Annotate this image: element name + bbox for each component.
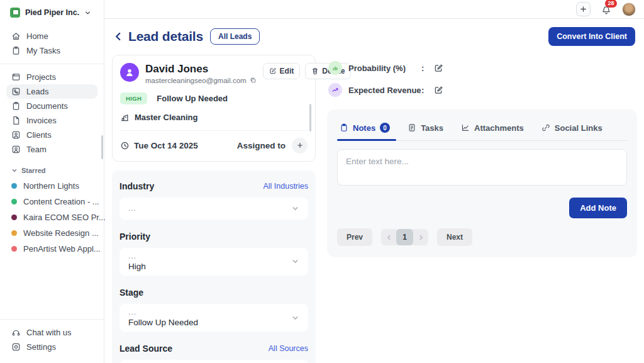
sidebar-item-home[interactable]: Home <box>6 29 97 43</box>
content-scrollbar[interactable] <box>309 104 311 131</box>
sidebar-scrollbar[interactable] <box>101 135 103 159</box>
chevron-left-icon[interactable] <box>381 229 396 245</box>
sidebar-item-label: Documents <box>26 101 68 111</box>
sidebar-item-label: Chat with us <box>26 328 72 337</box>
lead-source-dropdown[interactable]: ... <box>119 360 308 363</box>
sidebar-item-projects[interactable]: Projects <box>6 70 97 84</box>
chevron-right-icon[interactable] <box>413 229 428 245</box>
sidebar-item-team[interactable]: Team <box>6 142 97 157</box>
clock-icon <box>120 141 130 150</box>
edit-label: Edit <box>280 67 294 75</box>
current-page-button[interactable]: 1 <box>396 229 413 245</box>
tabs: Notes 0 Tasks Attachments Social Links <box>337 120 627 141</box>
headset-icon <box>11 328 21 337</box>
edit-probability-button[interactable] <box>434 64 443 73</box>
note-input[interactable] <box>337 149 627 186</box>
file-text-icon <box>408 123 416 132</box>
prev-page-button[interactable]: Prev <box>337 228 372 246</box>
priority-value: High <box>128 262 146 271</box>
sidebar-item-chat[interactable]: Chat with us <box>6 325 97 340</box>
project-color-dot <box>11 183 17 189</box>
industry-label: Industry <box>119 181 154 191</box>
tab-label: Social Links <box>555 123 602 133</box>
dropdown-placeholder: ... <box>128 308 198 316</box>
tab-label: Tasks <box>421 123 443 133</box>
sidebar-item-invoices[interactable]: Invoices <box>6 113 97 128</box>
tab-label: Attachments <box>474 123 524 133</box>
tab-social-links[interactable]: Social Links <box>540 120 604 140</box>
back-button[interactable] <box>113 31 124 42</box>
dropdown-placeholder: ... <box>128 204 136 213</box>
starred-item[interactable]: PenArtist Web Appl... <box>6 241 97 257</box>
sidebar-item-my-tasks[interactable]: My Tasks <box>6 43 97 58</box>
lead-activity-column: Probability (%) : Expected Revenue : <box>327 55 637 363</box>
starred-item-label: Content Creation - ... <box>23 197 99 206</box>
page-title: Lead details <box>128 29 203 44</box>
tab-attachments[interactable]: Attachments <box>460 120 525 140</box>
clipboard-icon <box>11 101 21 111</box>
workspace-logo <box>10 8 20 18</box>
add-assignee-button[interactable] <box>292 138 308 154</box>
sidebar-item-documents[interactable]: Documents <box>6 99 97 113</box>
clipboard-icon <box>11 46 21 55</box>
sidebar-item-clients[interactable]: Clients <box>6 128 97 142</box>
main-area: 28 Lead details All Leads Convert Into C… <box>104 0 644 363</box>
chevron-down-icon <box>291 204 299 213</box>
starred-item-label: Northern Lights <box>23 181 79 191</box>
chevron-down-icon <box>291 314 299 322</box>
lead-date: Tue Oct 14 2025 <box>134 141 198 150</box>
stage-dropdown[interactable]: ... Follow Up Needed <box>119 304 308 332</box>
sidebar-item-leads[interactable]: Leads <box>6 84 97 99</box>
tab-notes[interactable]: Notes 0 <box>338 120 391 140</box>
sidebar-item-label: Settings <box>26 342 56 352</box>
projects-icon <box>11 72 21 82</box>
topbar: 28 <box>104 0 644 19</box>
stage-value: Follow Up Needed <box>128 318 198 327</box>
settings-icon <box>11 342 21 352</box>
sidebar-nav: Home My Tasks Projects Leads Documents I… <box>6 29 97 157</box>
all-industries-link[interactable]: All Industries <box>263 182 308 191</box>
starred-item[interactable]: Content Creation - ... <box>6 194 97 209</box>
project-color-dot <box>11 246 17 252</box>
sidebar: Pied Piper Inc. Home My Tasks Projects L… <box>0 0 104 363</box>
starred-item[interactable]: Kaira ECOM SEO Pr... <box>6 209 97 225</box>
all-leads-button[interactable]: All Leads <box>210 28 260 45</box>
add-note-button[interactable]: Add Note <box>569 198 627 218</box>
workspace-switcher[interactable]: Pied Piper Inc. <box>6 6 97 20</box>
next-page-button[interactable]: Next <box>437 228 472 246</box>
page-header: Lead details All Leads Convert Into Clie… <box>104 19 644 53</box>
edit-lead-button[interactable]: Edit <box>263 63 301 79</box>
chevron-down-icon <box>84 9 91 16</box>
starred-item[interactable]: Northern Lights <box>6 178 97 194</box>
priority-badge: HIGH <box>120 92 147 104</box>
lead-summary-column: David Jones mastercleaningseo@gmail.com … <box>112 55 316 363</box>
sidebar-item-label: Home <box>26 31 48 41</box>
probability-label: Probability (%) <box>348 64 421 73</box>
sidebar-item-settings[interactable]: Settings <box>6 340 97 354</box>
colon: : <box>421 86 424 95</box>
dropdown-placeholder: ... <box>128 252 146 260</box>
notification-count-badge: 28 <box>605 0 617 8</box>
lead-stage-text: Follow Up Needed <box>157 94 228 103</box>
notifications-button[interactable]: 28 <box>601 6 611 16</box>
copy-email-icon[interactable] <box>250 77 257 84</box>
home-icon <box>11 31 21 41</box>
starred-item-label: Website Redesign ... <box>23 228 99 238</box>
starred-section-toggle[interactable]: Starred <box>6 167 97 178</box>
user-square-icon <box>11 130 21 140</box>
starred-item[interactable]: Website Redesign ... <box>6 225 97 241</box>
project-color-dot <box>11 199 17 204</box>
priority-dropdown[interactable]: ... High <box>119 248 308 276</box>
convert-into-client-button[interactable]: Convert Into Client <box>548 27 635 46</box>
sidebar-item-label: Team <box>26 145 47 154</box>
workspace-name: Pied Piper Inc. <box>25 8 79 17</box>
edit-expected-revenue-button[interactable] <box>434 86 443 95</box>
all-sources-link[interactable]: All Sources <box>269 344 308 353</box>
create-new-button[interactable] <box>576 2 591 16</box>
lead-card: David Jones mastercleaningseo@gmail.com … <box>112 55 316 162</box>
file-icon <box>11 116 21 125</box>
industry-dropdown[interactable]: ... <box>119 198 308 220</box>
user-avatar[interactable] <box>622 3 636 16</box>
tab-tasks[interactable]: Tasks <box>406 120 445 140</box>
bar-chart-icon <box>328 61 342 75</box>
